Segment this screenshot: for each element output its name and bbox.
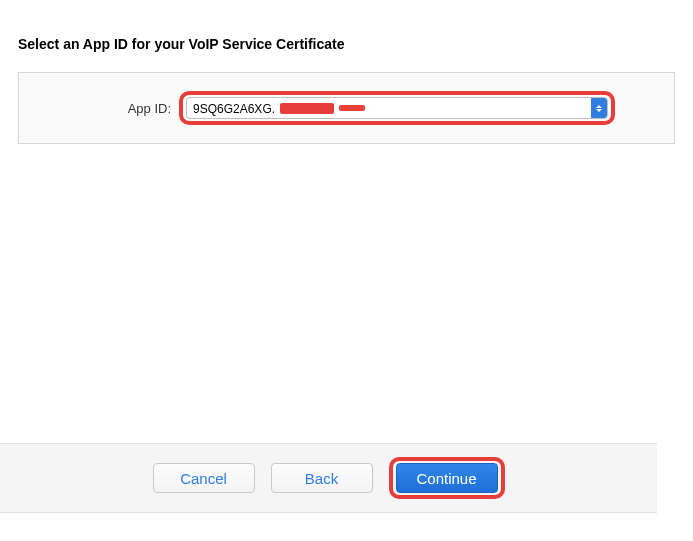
app-id-panel: App ID: 9SQ6G2A6XG. [18, 72, 675, 144]
page-heading: Select an App ID for your VoIP Service C… [18, 36, 675, 52]
app-id-select-value: 9SQ6G2A6XG. [187, 98, 591, 118]
continue-highlight: Continue [389, 457, 505, 499]
cancel-button[interactable]: Cancel [153, 463, 255, 493]
chevron-updown-icon [591, 98, 607, 118]
redaction-mark [280, 103, 334, 114]
app-id-label: App ID: [31, 101, 179, 116]
continue-button[interactable]: Continue [396, 463, 498, 493]
redaction-mark [339, 105, 365, 111]
app-id-row: App ID: 9SQ6G2A6XG. [31, 91, 662, 125]
app-id-select[interactable]: 9SQ6G2A6XG. [186, 97, 608, 119]
app-id-highlight: 9SQ6G2A6XG. [179, 91, 615, 125]
footer-bar: Cancel Back Continue [0, 443, 657, 513]
back-button[interactable]: Back [271, 463, 373, 493]
